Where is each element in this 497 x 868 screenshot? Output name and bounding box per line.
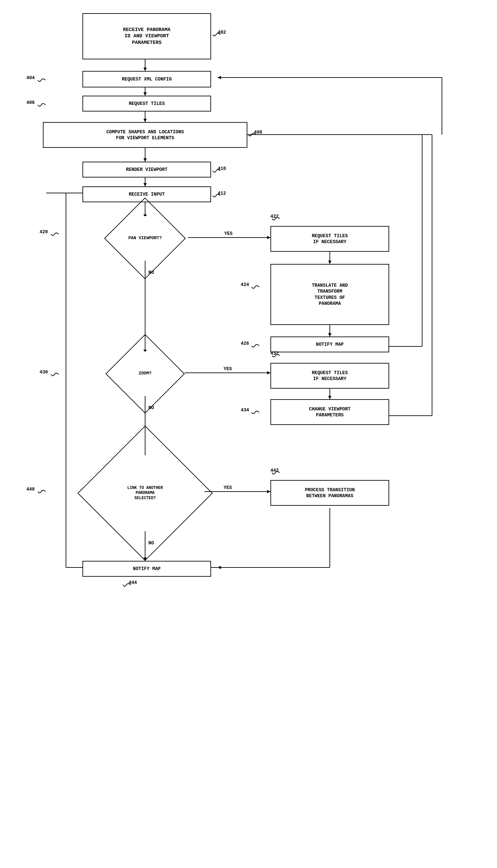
squiggle-444 bbox=[122, 582, 131, 588]
process-transition-box: PROCESS TRANSITIONBETWEEN PANORAMAS bbox=[270, 480, 389, 506]
svg-marker-1 bbox=[143, 68, 147, 71]
svg-marker-13 bbox=[267, 236, 270, 239]
translate-transform-box: TRANSLATE ANDTRANSFORMTEXTURES OFPANORAM… bbox=[270, 264, 389, 325]
squiggle-420 bbox=[49, 231, 59, 238]
svg-marker-9 bbox=[143, 183, 147, 186]
svg-marker-39 bbox=[267, 490, 270, 493]
request-tiles-pan-box: REQUEST TILESIF NECESSARY bbox=[270, 226, 389, 252]
squiggle-426a bbox=[250, 342, 260, 349]
squiggle-440 bbox=[36, 488, 46, 495]
label-440: 440 bbox=[26, 487, 34, 492]
squiggle-424 bbox=[250, 284, 260, 290]
svg-marker-33 bbox=[328, 396, 331, 399]
request-xml-box: REQUEST XML CONFIG bbox=[83, 71, 211, 87]
svg-text:YES: YES bbox=[224, 231, 232, 236]
squiggle-432 bbox=[270, 352, 280, 359]
label-426: 426 bbox=[241, 341, 249, 346]
svg-marker-3 bbox=[143, 93, 147, 96]
squiggle-412 bbox=[211, 192, 221, 199]
squiggle-422 bbox=[270, 215, 280, 222]
notify-map-2-box: NOTIFY MAP bbox=[83, 561, 211, 577]
squiggle-410 bbox=[211, 168, 221, 174]
pan-viewport-diamond: PAN VIEWPORT? bbox=[102, 216, 188, 261]
svg-marker-5 bbox=[143, 119, 147, 122]
label-430: 430 bbox=[40, 369, 48, 375]
svg-marker-46 bbox=[218, 566, 221, 569]
squiggle-430 bbox=[49, 371, 59, 378]
svg-marker-21 bbox=[328, 333, 331, 336]
zoom-diamond: ZOOM? bbox=[105, 351, 185, 396]
link-panorama-diamond: LINK TO ANOTHERPANORAMASELECTED? bbox=[86, 455, 204, 531]
squiggle-442 bbox=[270, 470, 280, 476]
label-420: 420 bbox=[40, 229, 48, 235]
receive-panorama-box: RECEIVE PANORAMA ID AND VIEWPORT PARAMET… bbox=[83, 13, 211, 59]
label-404: 404 bbox=[26, 75, 34, 81]
svg-marker-7 bbox=[143, 158, 147, 162]
label-424: 424 bbox=[241, 282, 249, 288]
render-viewport-box: RENDER VIEWPORT bbox=[83, 162, 211, 178]
svg-marker-19 bbox=[328, 261, 331, 264]
squiggle-434 bbox=[250, 409, 260, 416]
svg-text:YES: YES bbox=[224, 485, 232, 490]
svg-marker-27 bbox=[267, 371, 270, 375]
request-tiles-top-box: REQUEST TILES bbox=[83, 96, 211, 112]
squiggle-408 bbox=[247, 131, 257, 138]
change-viewport-box: CHANGE VIEWPORTPARAMETERS bbox=[270, 399, 389, 425]
svg-marker-54 bbox=[218, 76, 221, 79]
compute-shapes-box: COMPUTE SHAPES AND LOCATIONSFOR VIEWPORT… bbox=[43, 122, 247, 148]
squiggle-404 bbox=[36, 77, 46, 83]
squiggle-402 bbox=[211, 31, 221, 38]
label-406: 406 bbox=[26, 100, 34, 105]
notify-map-1-box: NOTIFY MAP bbox=[270, 336, 389, 352]
squiggle-406 bbox=[36, 102, 46, 108]
label-434: 434 bbox=[241, 407, 249, 413]
flowchart-diagram: YES NO YES NO bbox=[0, 0, 497, 868]
request-tiles-zoom-box: REQUEST TILESIF NECESSARY bbox=[270, 363, 389, 389]
svg-text:YES: YES bbox=[224, 366, 232, 372]
